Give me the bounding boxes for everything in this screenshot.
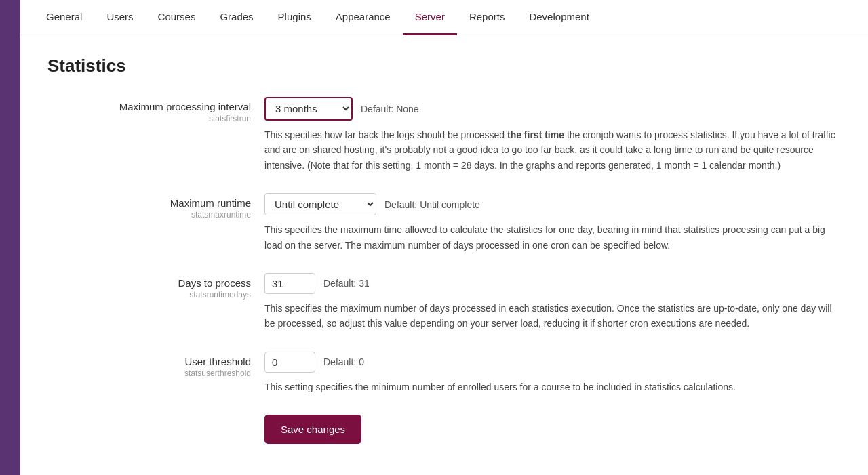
days-to-process-control: Default: 31 This specifies the maximum n… (264, 273, 841, 331)
user-threshold-main-label: User threshold (47, 356, 251, 367)
max-runtime-main-label: Maximum runtime (47, 197, 251, 209)
nav-plugins[interactable]: Plugins (266, 0, 323, 35)
days-to-process-description: This specifies the maximum number of day… (264, 301, 841, 331)
max-processing-interval-control: 1 month 2 months 3 months 4 months 5 mon… (264, 97, 841, 173)
page-title: Statistics (47, 56, 841, 77)
user-threshold-default: Default: 0 (323, 356, 364, 367)
user-threshold-description: This setting specifies the minimum numbe… (264, 379, 841, 394)
days-to-process-label: Days to process statsruntimedays (47, 273, 264, 300)
max-runtime-label: Maximum runtime statsmaxruntime (47, 193, 264, 220)
max-processing-interval-main-label: Maximum processing interval (47, 101, 251, 112)
max-runtime-description: This specifies the maximum time allowed … (264, 222, 841, 253)
save-row: Save changes (264, 415, 841, 444)
max-processing-interval-label: Maximum processing interval statsfirstru… (47, 97, 264, 123)
nav-general[interactable]: General (34, 0, 94, 35)
nav-server[interactable]: Server (403, 0, 457, 35)
max-processing-interval-row: Maximum processing interval statsfirstru… (47, 97, 841, 173)
max-processing-interval-select[interactable]: 1 month 2 months 3 months 4 months 5 mon… (264, 97, 353, 121)
max-processing-interval-description: This specifies how far back the logs sho… (264, 127, 841, 173)
left-sidebar (0, 0, 20, 464)
max-runtime-select[interactable]: Until complete 1 minute 2 minutes 5 minu… (264, 193, 376, 215)
nav-development[interactable]: Development (517, 0, 601, 35)
user-threshold-sub-label: statsuserthreshold (47, 369, 251, 378)
nav-bar: General Users Courses Grades Plugins App… (20, 0, 868, 35)
days-to-process-row: Days to process statsruntimedays Default… (47, 273, 841, 331)
max-runtime-control: Until complete 1 minute 2 minutes 5 minu… (264, 193, 841, 253)
max-runtime-sub-label: statsmaxruntime (47, 210, 251, 220)
max-runtime-row: Maximum runtime statsmaxruntime Until co… (47, 193, 841, 253)
save-button[interactable]: Save changes (264, 415, 361, 444)
days-to-process-main-label: Days to process (47, 277, 251, 289)
user-threshold-control: Default: 0 This setting specifies the mi… (264, 352, 841, 394)
days-to-process-sub-label: statsruntimedays (47, 290, 251, 300)
max-processing-interval-sub-label: statsfirstrun (47, 114, 251, 123)
nav-grades[interactable]: Grades (208, 0, 265, 35)
user-threshold-input[interactable] (264, 352, 315, 373)
nav-users[interactable]: Users (94, 0, 145, 35)
nav-appearance[interactable]: Appearance (323, 0, 403, 35)
user-threshold-label: User threshold statsuserthreshold (47, 352, 264, 378)
nav-courses[interactable]: Courses (146, 0, 208, 35)
user-threshold-row: User threshold statsuserthreshold Defaul… (47, 352, 841, 394)
max-processing-interval-default: Default: None (361, 104, 419, 115)
days-to-process-default: Default: 31 (323, 278, 370, 289)
nav-reports[interactable]: Reports (457, 0, 517, 35)
max-runtime-default: Default: Until complete (384, 199, 480, 210)
days-to-process-input[interactable] (264, 273, 315, 294)
